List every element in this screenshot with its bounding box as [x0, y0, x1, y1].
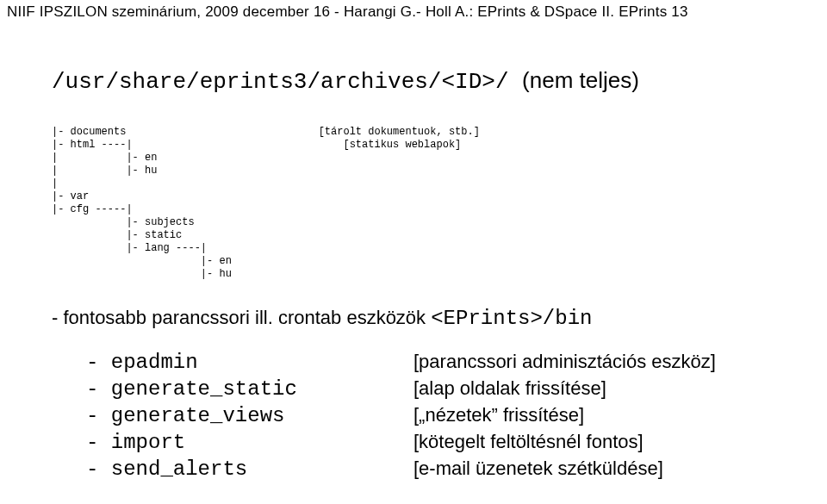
list-item: - generate_views [„nézetek” frissítése] — [86, 402, 827, 429]
section-heading: /usr/share/eprints3/archives/<ID>/ (nem … — [0, 26, 827, 95]
subheading: - fontosabb parancssori ill. crontab esz… — [0, 281, 827, 330]
tool-name: - send_alerts — [86, 457, 414, 481]
list-item: - epadmin [parancssori adminisztációs es… — [86, 349, 827, 376]
tool-name: - import — [86, 431, 414, 454]
subheading-text: - fontosabb parancssori ill. crontab esz… — [52, 307, 431, 328]
page-header: NIIF IPSZILON szeminárium, 2009 december… — [0, 0, 827, 26]
tool-desc: [kötegelt feltöltésnél fontos] — [414, 431, 644, 453]
subheading-mono: <EPrints>/bin — [431, 307, 592, 330]
heading-path: /usr/share/eprints3/archives/<ID>/ — [52, 69, 509, 95]
tools-list: - epadmin [parancssori adminisztációs es… — [0, 330, 827, 482]
tool-desc: [parancssori adminisztációs eszköz] — [414, 351, 716, 373]
list-item: - import [kötegelt feltöltésnél fontos] — [86, 429, 827, 456]
list-item: - generate_static [alap oldalak frissíté… — [86, 376, 827, 402]
tool-name: - generate_static — [86, 377, 414, 401]
tool-name: - epadmin — [86, 351, 414, 374]
heading-note: (nem teljes) — [522, 67, 639, 93]
list-item: - send_alerts [e-mail üzenetek szétküldé… — [86, 456, 827, 482]
tool-desc: [alap oldalak frissítése] — [414, 377, 606, 400]
tool-desc: [„nézetek” frissítése] — [414, 404, 584, 426]
tool-name: - generate_views — [86, 404, 414, 427]
directory-tree: |- documents [tárolt dokumentuok, stb.] … — [0, 95, 827, 281]
tool-desc: [e-mail üzenetek szétküldése] — [414, 457, 663, 480]
